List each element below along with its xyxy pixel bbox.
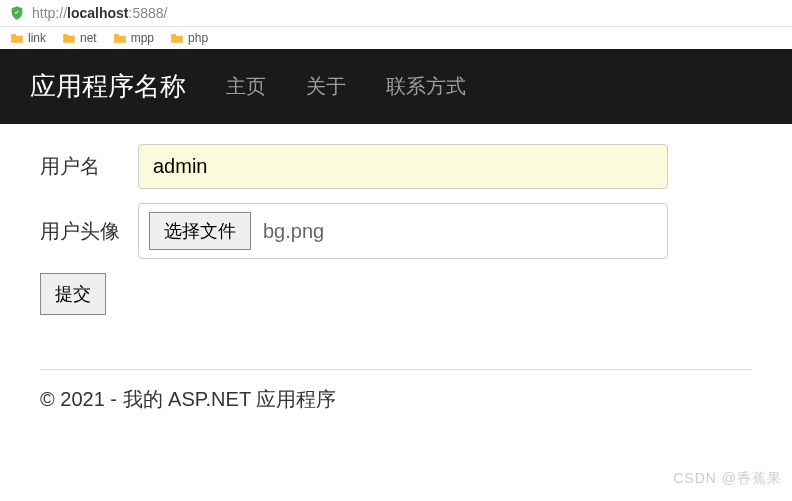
submit-button[interactable]: 提交 [40, 273, 106, 315]
nav-contact[interactable]: 联系方式 [386, 73, 466, 100]
nav-home[interactable]: 主页 [226, 73, 266, 100]
shield-icon [8, 4, 26, 22]
selected-file-name: bg.png [263, 220, 324, 243]
row-username: 用户名 [40, 144, 752, 189]
navbar: 应用程序名称 主页 关于 联系方式 [0, 49, 792, 124]
navbar-brand[interactable]: 应用程序名称 [30, 69, 186, 104]
avatar-label: 用户头像 [40, 218, 138, 245]
nav-about[interactable]: 关于 [306, 73, 346, 100]
browser-address-bar: http://localhost:5888/ [0, 0, 792, 27]
username-input[interactable] [138, 144, 668, 189]
url-port: :5888/ [129, 5, 168, 21]
bookmark-net[interactable]: net [62, 31, 97, 45]
folder-icon [113, 32, 127, 44]
bookmark-label: link [28, 31, 46, 45]
url-prefix: http:// [32, 5, 67, 21]
url-host: localhost [67, 5, 128, 21]
folder-icon [170, 32, 184, 44]
bookmark-mpp[interactable]: mpp [113, 31, 154, 45]
row-avatar: 用户头像 选择文件 bg.png [40, 203, 752, 259]
folder-icon [62, 32, 76, 44]
bookmark-label: net [80, 31, 97, 45]
username-label: 用户名 [40, 153, 138, 180]
choose-file-button[interactable]: 选择文件 [149, 212, 251, 250]
row-submit: 提交 [40, 273, 752, 315]
bookmark-label: php [188, 31, 208, 45]
bookmark-php[interactable]: php [170, 31, 208, 45]
divider [40, 369, 752, 370]
file-input-wrap[interactable]: 选择文件 bg.png [138, 203, 668, 259]
main-content: 用户名 用户头像 选择文件 bg.png 提交 [0, 124, 792, 339]
bookmarks-bar: link net mpp php [0, 27, 792, 49]
url-display[interactable]: http://localhost:5888/ [32, 5, 167, 21]
bookmark-label: mpp [131, 31, 154, 45]
footer-text: © 2021 - 我的 ASP.NET 应用程序 [0, 386, 792, 433]
bookmark-link[interactable]: link [10, 31, 46, 45]
folder-icon [10, 32, 24, 44]
